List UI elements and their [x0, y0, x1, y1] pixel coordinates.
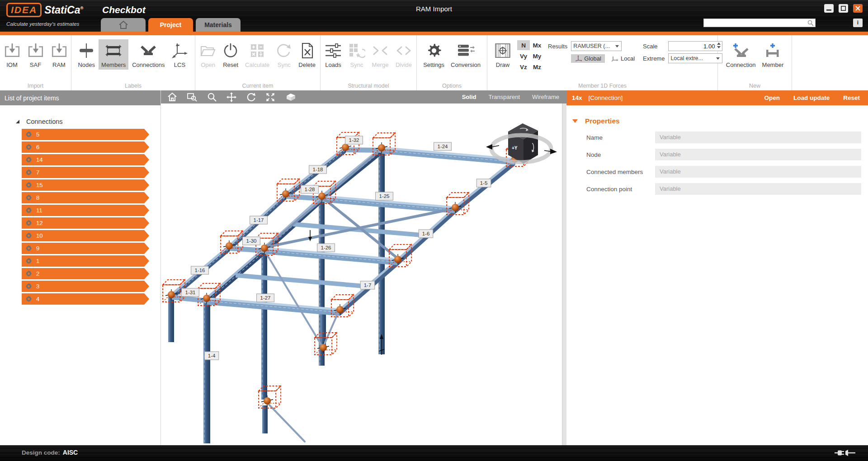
connection-item-1[interactable]: 1 — [22, 255, 149, 267]
draw-diagram-icon — [494, 41, 512, 60]
properties-panel: 14x[Connection] Open Load update Reset P… — [566, 90, 868, 445]
viewport-scrollbar[interactable] — [562, 103, 566, 445]
connection-item-2[interactable]: 2 — [22, 268, 149, 279]
connection-item-15[interactable]: 15 — [22, 179, 149, 191]
connection-item-10[interactable]: 10 — [22, 230, 149, 241]
connections-list: 5614715811121091234 — [0, 129, 160, 305]
gear-icon — [425, 41, 443, 60]
force-component-vy[interactable]: Vy — [517, 51, 530, 61]
import-icon — [51, 41, 68, 60]
open-action[interactable]: Open — [764, 94, 780, 101]
property-value-field[interactable]: Variable — [655, 166, 861, 178]
group-caption-new: New — [718, 83, 792, 89]
connection-boxes[interactable] — [163, 132, 528, 408]
property-label: Connected members — [586, 169, 655, 175]
load-update-action[interactable]: Load update — [793, 94, 830, 101]
reset-action[interactable]: Reset — [843, 94, 860, 101]
properties-panel-header: 14x[Connection] Open Load update Reset — [566, 90, 868, 105]
mode-wireframe[interactable]: Wireframe — [532, 94, 559, 100]
group-caption-current-item: Current item — [195, 83, 320, 89]
zoom-fit-icon[interactable] — [265, 92, 275, 102]
home-view-icon[interactable] — [167, 92, 177, 102]
member-label-1-4: 1-4 — [208, 353, 216, 358]
members-button[interactable]: Members — [99, 39, 128, 70]
connection-item-label: 14 — [36, 156, 42, 163]
new-member-button[interactable]: Member — [760, 39, 787, 70]
zoom-icon[interactable] — [207, 92, 217, 102]
member-label-1-5: 1-5 — [480, 180, 488, 186]
property-value-field[interactable]: Variable — [655, 132, 861, 143]
project-items-panel: List of project items Connections 561471… — [0, 90, 161, 445]
delete-button[interactable]: Delete — [296, 39, 318, 70]
property-value-field[interactable]: Variable — [655, 149, 861, 160]
lcs-button[interactable]: LCS — [169, 39, 191, 70]
connection-item-8[interactable]: 8 — [22, 192, 149, 203]
connection-item-label: 10 — [36, 232, 42, 239]
force-component-vz[interactable]: Vz — [517, 62, 530, 72]
group-caption-structural-model: Structural model — [321, 83, 416, 89]
connection-item-3[interactable]: 3 — [22, 281, 149, 292]
solid-box-icon[interactable] — [285, 92, 297, 102]
loads-button[interactable]: Loads — [322, 39, 344, 70]
local-toggle[interactable]: Local — [608, 54, 638, 63]
structural-model-3d[interactable]: +Y 1-321-241-181-281-251-51-171-301-261-… — [161, 103, 562, 443]
ribbon: IOM SAF RAM Import Nodes — [0, 35, 868, 90]
maximize-button[interactable] — [839, 4, 848, 13]
tab-materials[interactable]: Materials — [196, 18, 241, 32]
force-component-my[interactable]: My — [531, 51, 543, 61]
info-button[interactable]: i — [853, 19, 863, 27]
pan-icon[interactable] — [226, 92, 236, 102]
saf-button[interactable]: SAF — [24, 39, 47, 70]
zoom-window-icon[interactable] — [187, 92, 198, 102]
member-label-1-32: 1-32 — [349, 137, 359, 143]
connection-item-11[interactable]: 11 — [22, 205, 149, 216]
gear-icon — [25, 194, 32, 201]
connection-item-5[interactable]: 5 — [22, 129, 149, 140]
results-dropdown[interactable]: RAMUSER (... — [571, 41, 622, 51]
ram-button[interactable]: RAM — [48, 39, 71, 70]
force-components: NMxVyMyVzMz — [517, 40, 543, 72]
gear-icon — [25, 270, 32, 277]
group-caption-options: Options — [417, 83, 487, 89]
member-label-1-25: 1-25 — [379, 193, 389, 199]
tab-project[interactable]: Project — [148, 18, 193, 32]
connection-item-label: 15 — [36, 182, 42, 188]
mode-transparent[interactable]: Transparent — [488, 94, 520, 100]
connections-button[interactable]: Connections — [129, 39, 167, 70]
draw-forces-button[interactable]: Draw — [493, 39, 513, 72]
group-caption-labels: Labels — [71, 83, 195, 89]
connection-item-14[interactable]: 14 — [22, 154, 149, 165]
delete-document-icon — [300, 41, 314, 60]
member-label-1-26: 1-26 — [321, 245, 331, 250]
iom-button[interactable]: IOM — [1, 39, 24, 70]
connection-item-6[interactable]: 6 — [22, 141, 149, 153]
registered-mark: ® — [80, 6, 83, 10]
mode-solid[interactable]: Solid — [462, 94, 476, 100]
property-value-field[interactable]: Variable — [655, 183, 861, 195]
reset-item-button[interactable]: Reset — [220, 39, 241, 70]
nodes-button[interactable]: Nodes — [75, 39, 98, 70]
connection-item-4[interactable]: 4 — [22, 293, 149, 305]
connections-tree-root[interactable]: Connections — [15, 118, 160, 125]
tab-home[interactable] — [101, 18, 146, 32]
scale-spinner[interactable]: 1.00 — [668, 41, 722, 51]
conversion-button[interactable]: Conversion — [448, 39, 483, 70]
settings-button[interactable]: Settings — [420, 39, 447, 70]
force-component-mx[interactable]: Mx — [531, 40, 543, 50]
rotate-icon[interactable] — [246, 92, 256, 102]
minimize-button[interactable] — [824, 4, 834, 13]
connection-item-7[interactable]: 7 — [22, 167, 149, 178]
connection-item-9[interactable]: 9 — [22, 243, 149, 254]
ribbon-group-new: Connection Member New — [718, 35, 792, 90]
connection-item-12[interactable]: 12 — [22, 217, 149, 229]
extreme-dropdown[interactable]: Local extre... — [668, 53, 722, 63]
force-component-n[interactable]: N — [517, 40, 530, 50]
view-cube[interactable]: +Y — [486, 123, 557, 164]
new-connection-button[interactable]: Connection — [723, 39, 759, 70]
model-canvas[interactable]: +Y 1-321-241-181-281-251-51-171-301-261-… — [161, 103, 566, 445]
search-input[interactable] — [703, 19, 816, 27]
properties-section-header[interactable]: Properties — [572, 117, 868, 125]
global-toggle[interactable]: Global — [571, 54, 605, 63]
force-component-mz[interactable]: Mz — [531, 62, 543, 72]
close-button[interactable] — [853, 4, 863, 13]
